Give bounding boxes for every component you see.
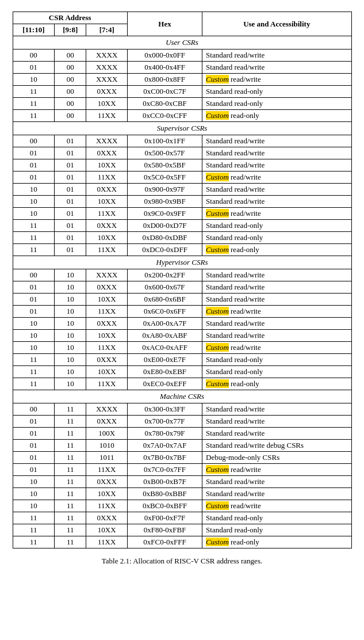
cell-c2: 01 — [55, 135, 86, 147]
table-row: 010110XX0x580-0x5BFStandard read/write — [13, 159, 351, 172]
cell-use: Standard read/write — [202, 269, 351, 281]
custom-label: Custom — [206, 343, 229, 352]
cell-c3: XXXX — [86, 269, 128, 281]
cell-c1: 10 — [13, 476, 55, 488]
table-row: 010111XX0x5C0-0x5FFCustom read/write — [13, 172, 351, 184]
cell-hex: 0xE80-0xEBF — [128, 366, 202, 378]
cell-c3: 0XXX — [86, 416, 128, 428]
cell-hex: 0xA00-0xA7F — [128, 318, 202, 330]
cell-c2: 11 — [55, 452, 86, 464]
cell-hex: 0x6C0-0x6FF — [128, 306, 202, 318]
cell-c1: 01 — [13, 147, 55, 159]
cell-c3: 11XX — [86, 208, 128, 220]
cell-c1: 10 — [13, 74, 55, 86]
cell-c3: 10XX — [86, 330, 128, 342]
cell-hex: 0x600-0x67F — [128, 281, 202, 294]
cell-use: Standard read-only — [202, 354, 351, 366]
cell-c2: 10 — [55, 342, 86, 354]
table-row: 101010XX0xA80-0xABFStandard read/write — [13, 330, 351, 342]
cell-c2: 10 — [55, 294, 86, 306]
cell-c1: 10 — [13, 184, 55, 196]
cell-c2: 01 — [55, 244, 86, 256]
cell-use: Standard read-only — [202, 86, 351, 98]
cell-c1: 10 — [13, 208, 55, 220]
cell-c2: 01 — [55, 184, 86, 196]
cell-c1: 11 — [13, 244, 55, 256]
cell-c1: 10 — [13, 196, 55, 208]
cell-c2: 00 — [55, 86, 86, 98]
cell-hex: 0x5C0-0x5FF — [128, 172, 202, 184]
cell-hex: 0xC80-0xCBF — [128, 98, 202, 110]
cell-hex: 0x800-0x8FF — [128, 74, 202, 86]
cell-use: Standard read-only — [202, 512, 351, 524]
section-header-cell: Supervisor CSRs — [13, 122, 351, 135]
cell-use: Standard read/write — [202, 147, 351, 159]
cell-c2: 10 — [55, 281, 86, 294]
table-caption: Table 2.1: Allocation of RISC-V CSR addr… — [13, 557, 352, 566]
cell-c2: 01 — [55, 159, 86, 172]
table-row: 10010XXX0x900-0x97FStandard read/write — [13, 184, 351, 196]
table-row: 110011XX0xCC0-0xCFFCustom read-only — [13, 110, 351, 122]
cell-hex: 0xF00-0xF7F — [128, 512, 202, 524]
section-header-row: User CSRs — [13, 36, 351, 49]
csr-address-header: CSR Address — [13, 12, 128, 24]
table-row: 011110100x7A0-0x7AFStandard read/write d… — [13, 440, 351, 452]
table-row: 100111XX0x9C0-0x9FFCustom read/write — [13, 208, 351, 220]
cell-c2: 11 — [55, 416, 86, 428]
cell-c3: 10XX — [86, 98, 128, 110]
cell-use: Custom read/write — [202, 74, 351, 86]
cell-c3: 11XX — [86, 342, 128, 354]
col2-header: [9:8] — [55, 24, 86, 36]
table-row: 110010XX0xC80-0xCBFStandard read-only — [13, 98, 351, 110]
cell-hex: 0xBC0-0xBFF — [128, 500, 202, 512]
cell-c1: 01 — [13, 464, 55, 476]
cell-hex: 0x7B0-0x7BF — [128, 452, 202, 464]
cell-c2: 10 — [55, 378, 86, 390]
cell-hex: 0x980-0x9BF — [128, 196, 202, 208]
cell-c1: 01 — [13, 440, 55, 452]
section-header-cell: Hypervisor CSRs — [13, 256, 351, 269]
cell-c3: 11XX — [86, 500, 128, 512]
column-header-row: CSR Address Hex Use and Accessibility — [13, 12, 351, 24]
cell-c1: 11 — [13, 86, 55, 98]
table-row: 1000XXXX0x800-0x8FFCustom read/write — [13, 74, 351, 86]
cell-c3: 11XX — [86, 306, 128, 318]
cell-use: Custom read-only — [202, 244, 351, 256]
cell-hex: 0xB00-0xB7F — [128, 476, 202, 488]
cell-c2: 00 — [55, 98, 86, 110]
table-row: 111111XX0xFC0-0xFFFCustom read-only — [13, 536, 351, 548]
cell-c2: 00 — [55, 62, 86, 74]
custom-label: Custom — [206, 111, 229, 120]
cell-c1: 01 — [13, 159, 55, 172]
table-row: 0010XXXX0x200-0x2FFStandard read/write — [13, 269, 351, 281]
cell-c3: 1010 — [86, 440, 128, 452]
table-row: 01110XXX0x700-0x77FStandard read/write — [13, 416, 351, 428]
cell-c2: 01 — [55, 172, 86, 184]
section-header-cell: Machine CSRs — [13, 390, 351, 403]
cell-c3: 10XX — [86, 196, 128, 208]
custom-label: Custom — [206, 209, 229, 218]
cell-c2: 01 — [55, 196, 86, 208]
cell-hex: 0x700-0x77F — [128, 416, 202, 428]
cell-use: Standard read/write — [202, 428, 351, 440]
cell-c1: 11 — [13, 220, 55, 232]
section-header-cell: User CSRs — [13, 36, 351, 49]
custom-label: Custom — [206, 465, 229, 474]
cell-c2: 01 — [55, 208, 86, 220]
cell-use: Standard read/write — [202, 62, 351, 74]
cell-c2: 01 — [55, 232, 86, 244]
cell-c1: 11 — [13, 366, 55, 378]
table-row: 111110XX0xF80-0xFBFStandard read-only — [13, 524, 351, 536]
table-row: 10110XXX0xB00-0xB7FStandard read/write — [13, 476, 351, 488]
cell-c2: 01 — [55, 220, 86, 232]
cell-c3: 10XX — [86, 159, 128, 172]
use-header: Use and Accessibility — [202, 12, 351, 36]
cell-use: Custom read/write — [202, 342, 351, 354]
cell-hex: 0x100-0x1FF — [128, 135, 202, 147]
cell-c1: 00 — [13, 135, 55, 147]
cell-hex: 0x900-0x97F — [128, 184, 202, 196]
cell-hex: 0x7A0-0x7AF — [128, 440, 202, 452]
cell-c3: 0XXX — [86, 220, 128, 232]
col3-header: [7:4] — [86, 24, 128, 36]
section-header-row: Hypervisor CSRs — [13, 256, 351, 269]
